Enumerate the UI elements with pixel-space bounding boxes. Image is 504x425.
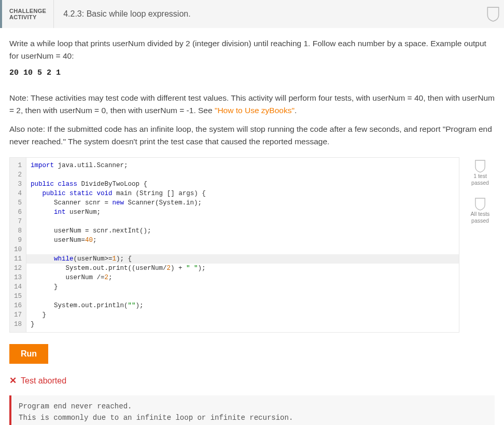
line-gutter: 123456789101112131415161718 [10, 158, 26, 332]
code-line[interactable]: import java.util.Scanner; [26, 161, 459, 170]
shield-icon [474, 159, 486, 173]
activity-label-line2: ACTIVITY [9, 14, 46, 20]
run-button[interactable]: Run [9, 344, 48, 364]
instructions-section: Write a while loop that prints userNum d… [0, 28, 504, 157]
error-box-wrap: Program end never reached. This is commo… [0, 395, 504, 425]
instruction-p1: Write a while loop that prints userNum d… [9, 37, 495, 62]
code-line[interactable] [26, 292, 459, 301]
code-line[interactable]: } [26, 310, 459, 320]
error-line-2: This is commonly due to an infinite loop… [19, 412, 487, 423]
code-line[interactable] [26, 245, 459, 254]
instruction-p3: Also note: If the submitted code has an … [9, 123, 495, 148]
test-aborted-text: Test aborted [21, 376, 66, 386]
instruction-p2: Note: These activities may test code wit… [9, 92, 495, 117]
test-aborted-row: ✕ Test aborted [0, 373, 504, 395]
code-lines[interactable]: import java.util.Scanner;public class Di… [26, 158, 459, 332]
shield-icon [486, 6, 500, 22]
activity-label: CHALLENGE ACTIVITY [2, 0, 54, 28]
one-test-passed-badge: 1 test passed [466, 159, 495, 186]
challenge-header: CHALLENGE ACTIVITY 4.2.3: Basic while lo… [0, 0, 504, 28]
code-line[interactable]: public static void main (String [] args)… [26, 189, 459, 198]
error-output: Program end never reached. This is commo… [9, 395, 495, 425]
code-line[interactable] [26, 170, 459, 180]
code-line[interactable]: userNum=40; [26, 236, 459, 245]
code-line[interactable]: userNum = scnr.nextInt(); [26, 226, 459, 236]
code-line[interactable]: public class DivideByTwoLoop { [26, 180, 459, 189]
all-tests-passed-badge: All tests passed [466, 197, 495, 224]
activity-label-line1: CHALLENGE [9, 8, 46, 14]
run-row: Run [0, 342, 504, 373]
how-to-use-link[interactable]: "How to Use zyBooks" [215, 106, 295, 115]
code-line[interactable]: } [26, 282, 459, 292]
x-icon: ✕ [9, 375, 17, 386]
example-output: 20 10 5 2 1 [9, 68, 495, 77]
code-line[interactable] [26, 217, 459, 226]
shield-badge [482, 0, 504, 28]
shield-icon [474, 197, 486, 211]
code-line[interactable]: Scanner scnr = new Scanner(System.in); [26, 198, 459, 208]
code-editor[interactable]: 123456789101112131415161718 import java.… [9, 157, 459, 333]
code-line[interactable]: userNum /=2; [26, 273, 459, 282]
code-line[interactable]: } [26, 320, 459, 329]
code-line[interactable]: while(userNum>=1); { [26, 254, 459, 264]
code-line[interactable]: System.out.println(""); [26, 301, 459, 310]
code-line[interactable]: int userNum; [26, 208, 459, 217]
code-line[interactable]: System.out.print((userNum/2) + " "); [26, 264, 459, 273]
activity-title: 4.2.3: Basic while loop expression. [54, 0, 482, 28]
editor-section: 123456789101112131415161718 import java.… [0, 157, 504, 342]
test-progress-sidebar: 1 test passed All tests passed [466, 157, 495, 224]
error-line-1: Program end never reached. [19, 401, 487, 412]
